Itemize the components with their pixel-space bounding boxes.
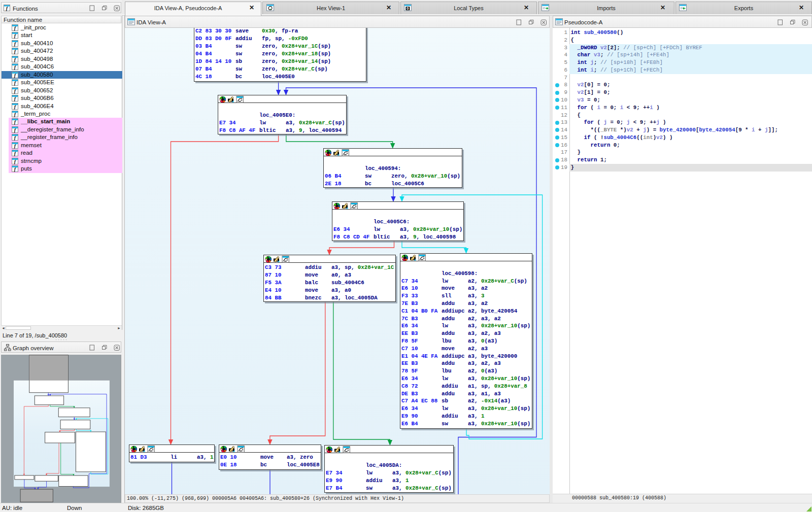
svg-text:0: 0 [407,6,409,11]
